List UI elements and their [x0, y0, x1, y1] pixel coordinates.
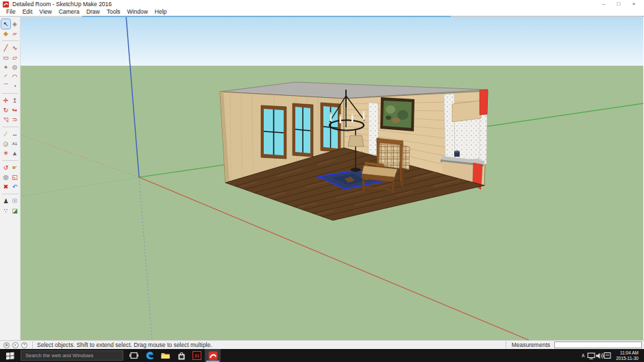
pan-icon: ☛	[12, 164, 17, 171]
measurements-label: Measurements	[506, 341, 554, 348]
wall-picture[interactable]	[380, 97, 414, 131]
taskbar-app-edge[interactable]	[142, 349, 158, 362]
tool-rectangle[interactable]: ▭	[1, 53, 10, 62]
action-center-icon[interactable]	[604, 352, 611, 359]
toolbar-divider	[2, 93, 18, 94]
menu-item-window[interactable]: Window	[124, 8, 151, 16]
folder-icon	[161, 352, 170, 359]
taskbar-app-flash[interactable]: Fl	[189, 349, 205, 362]
tool-two-point-arc[interactable]: ◠	[10, 72, 19, 81]
tool-push-pull[interactable]: ↥	[10, 96, 19, 105]
window-title: Detailed Room - SketchUp Make 2016	[12, 0, 112, 8]
tool-follow-me[interactable]: ↬	[10, 105, 19, 115]
menu-bar: FileEditViewCameraDrawToolsWindowHelp	[0, 8, 644, 16]
tool-tape-measure[interactable]: ∕	[1, 129, 10, 139]
network-icon[interactable]	[587, 352, 595, 359]
drawing-canvas[interactable]	[21, 16, 643, 340]
search-input[interactable]	[21, 352, 123, 359]
tool-zoom[interactable]: ◎	[1, 172, 10, 182]
tool-circle[interactable]: ●	[1, 62, 10, 72]
taskbar-app-task-view[interactable]	[126, 349, 142, 362]
tool-polygon[interactable]: ◍	[10, 62, 19, 72]
help-icon[interactable]: ?	[21, 342, 27, 348]
lamp-shade	[348, 135, 364, 146]
move-icon: ✛	[3, 97, 9, 104]
menu-item-file[interactable]: File	[3, 8, 19, 16]
windows-logo-icon	[6, 352, 14, 360]
menu-item-edit[interactable]: Edit	[19, 8, 36, 16]
tool-freehand[interactable]: ∿	[10, 43, 19, 53]
credits-icon[interactable]: ◐	[12, 342, 18, 348]
minimize-button[interactable]: –	[596, 0, 611, 8]
menu-item-help[interactable]: Help	[151, 8, 170, 16]
tool-section-plane[interactable]: ◪	[10, 206, 19, 216]
start-button[interactable]	[0, 349, 21, 362]
windows-taskbar: Fl ∧ 11:04 AM	[0, 349, 644, 362]
tool-axes[interactable]: ✳	[1, 148, 10, 158]
tool-move[interactable]: ✛	[1, 96, 10, 105]
taskbar-clock[interactable]: 11:04 AM 2015-11-30	[611, 350, 641, 361]
measurements-input[interactable]	[554, 341, 642, 348]
rectangle-icon: ▭	[3, 54, 9, 61]
tray-chevron-icon[interactable]: ∧	[579, 349, 587, 362]
menu-item-tools[interactable]: Tools	[103, 8, 124, 16]
tool-pan[interactable]: ☛	[10, 163, 19, 172]
menu-item-view[interactable]: View	[36, 8, 55, 16]
tool-line[interactable]: ╱	[1, 43, 10, 53]
tool-zoom-extents[interactable]: ✖	[1, 182, 10, 192]
tool-eraser[interactable]: ▰	[10, 29, 19, 38]
two-point-arc-icon: ◠	[12, 73, 18, 80]
arc-icon: ◜	[5, 73, 8, 80]
clock-date: 2015-11-30	[611, 356, 639, 361]
section-plane-icon: ◪	[12, 207, 18, 214]
tool-previous[interactable]: ↶	[10, 182, 19, 192]
geolocation-icon[interactable]: ⊕	[3, 342, 10, 348]
three-point-arc-icon: ⌒	[3, 83, 9, 90]
window-1[interactable]	[261, 105, 286, 159]
tool-rotated-rectangle[interactable]: ▱	[10, 53, 19, 62]
tool-three-d-text[interactable]: ▲	[10, 148, 19, 158]
title-bar: Detailed Room - SketchUp Make 2016 – □ ×	[0, 0, 644, 8]
tool-dimensions[interactable]: ↔	[10, 129, 19, 139]
push-pull-icon: ↥	[12, 97, 18, 104]
tool-rotate[interactable]: ↻	[1, 105, 10, 115]
svg-text:Fl: Fl	[195, 354, 199, 359]
task-view-icon	[129, 352, 138, 359]
tool-paint-bucket[interactable]: ◆	[1, 29, 10, 38]
taskbar-app-sketchup[interactable]	[205, 349, 221, 362]
select-icon: ↖	[3, 21, 9, 27]
dimensions-icon: ↔	[12, 131, 18, 138]
cup-on-shelf[interactable]	[454, 151, 460, 157]
tool-look-around[interactable]: ☉	[10, 196, 19, 206]
zoom-extents-icon: ✖	[3, 183, 9, 190]
volume-icon[interactable]	[595, 352, 604, 359]
tool-walk[interactable]: ∵	[1, 206, 10, 216]
taskbar-app-file-explorer[interactable]	[158, 349, 173, 362]
tool-text[interactable]: A1	[10, 139, 19, 148]
menu-item-camera[interactable]: Camera	[55, 8, 83, 16]
tool-select[interactable]: ↖	[1, 19, 10, 29]
circle-icon: ●	[4, 64, 8, 70]
tool-orbit[interactable]: ↺	[1, 163, 10, 172]
tool-position-camera[interactable]: ♟	[1, 196, 10, 206]
rotated-rectangle-icon: ▱	[12, 54, 17, 61]
tool-protractor[interactable]: ◶	[1, 139, 10, 148]
tool-pie[interactable]: ◔	[10, 81, 19, 91]
canvas-top-border	[0, 16, 644, 17]
tool-arc[interactable]: ◜	[1, 72, 10, 81]
maximize-button[interactable]: □	[611, 0, 626, 8]
pie-icon: ◔	[13, 83, 16, 90]
tool-zoom-window[interactable]: ◱	[10, 172, 19, 182]
close-button[interactable]: ×	[626, 0, 641, 8]
tool-three-point-arc[interactable]: ⌒	[1, 81, 10, 91]
taskbar-search[interactable]	[21, 350, 123, 361]
flash-icon: Fl	[193, 351, 201, 360]
tool-offset[interactable]: ⊃	[10, 115, 19, 125]
taskbar-app-store[interactable]	[173, 349, 189, 362]
window-2[interactable]	[293, 103, 313, 157]
tool-make-component[interactable]: ◈	[10, 19, 19, 29]
walk-icon: ∵	[4, 207, 8, 214]
tool-scale[interactable]: ◹	[1, 115, 10, 125]
fireplace-alcove[interactable]	[441, 90, 488, 190]
menu-item-draw[interactable]: Draw	[83, 8, 103, 16]
